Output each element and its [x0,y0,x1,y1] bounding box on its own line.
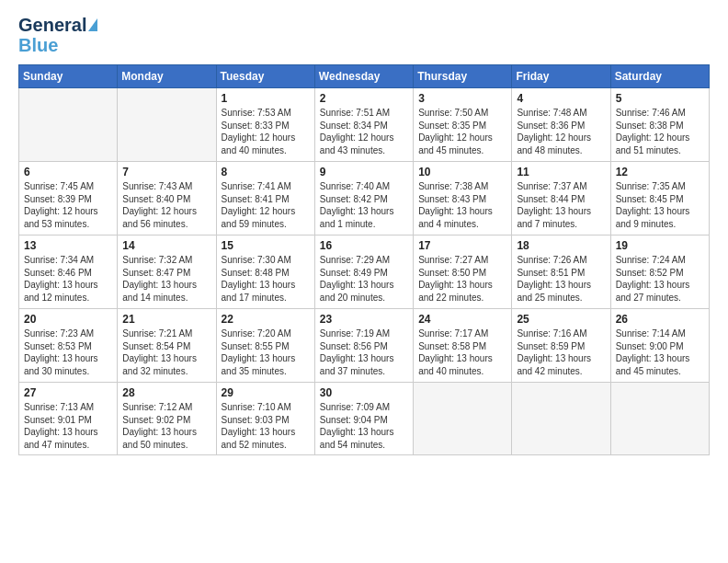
day-number: 9 [320,166,408,178]
cell-sunrise-sunset-daylight: Sunrise: 7:32 AM Sunset: 8:47 PM Dayligh… [122,254,210,304]
day-number: 10 [418,166,506,178]
day-number: 19 [616,239,704,252]
cell-sunrise-sunset-daylight: Sunrise: 7:20 AM Sunset: 8:55 PM Dayligh… [222,327,310,377]
day-number: 6 [24,166,112,178]
calendar-cell: 12Sunrise: 7:35 AM Sunset: 8:45 PM Dayli… [610,162,709,236]
calendar-header-tuesday: Tuesday [216,65,314,88]
day-number: 29 [222,386,310,399]
day-number: 8 [222,166,310,178]
cell-sunrise-sunset-daylight: Sunrise: 7:09 AM Sunset: 9:04 PM Dayligh… [320,401,408,451]
day-number: 22 [222,313,310,326]
calendar-cell: 28Sunrise: 7:12 AM Sunset: 9:02 PM Dayli… [118,383,216,455]
cell-sunrise-sunset-daylight: Sunrise: 7:12 AM Sunset: 9:02 PM Dayligh… [122,401,210,451]
cell-sunrise-sunset-daylight: Sunrise: 7:17 AM Sunset: 8:58 PM Dayligh… [418,327,506,377]
calendar-cell: 25Sunrise: 7:16 AM Sunset: 8:59 PM Dayli… [512,309,610,383]
calendar-header-wednesday: Wednesday [314,65,413,88]
calendar-header-saturday: Saturday [610,65,709,88]
day-number: 15 [222,239,310,252]
day-number: 30 [320,386,408,399]
logo-text-general: General [18,15,86,35]
calendar-week-4: 20Sunrise: 7:23 AM Sunset: 8:53 PM Dayli… [19,309,710,383]
calendar-week-2: 6Sunrise: 7:45 AM Sunset: 8:39 PM Daylig… [19,162,710,236]
day-number: 5 [616,92,704,105]
day-number: 16 [320,239,408,252]
day-number: 25 [517,313,605,326]
cell-sunrise-sunset-daylight: Sunrise: 7:41 AM Sunset: 8:41 PM Dayligh… [222,180,310,230]
cell-sunrise-sunset-daylight: Sunrise: 7:30 AM Sunset: 8:48 PM Dayligh… [222,254,310,304]
calendar-cell: 27Sunrise: 7:13 AM Sunset: 9:01 PM Dayli… [19,383,118,455]
calendar-cell [414,383,512,455]
day-number: 26 [616,313,704,326]
calendar-header-sunday: Sunday [19,65,118,88]
cell-sunrise-sunset-daylight: Sunrise: 7:48 AM Sunset: 8:36 PM Dayligh… [517,107,605,156]
calendar-cell: 13Sunrise: 7:34 AM Sunset: 8:46 PM Dayli… [19,236,118,309]
calendar-cell: 15Sunrise: 7:30 AM Sunset: 8:48 PM Dayli… [216,236,314,309]
calendar-cell [610,383,709,455]
cell-sunrise-sunset-daylight: Sunrise: 7:24 AM Sunset: 8:52 PM Dayligh… [616,254,704,304]
logo-text-blue: Blue [18,35,58,55]
day-number: 17 [418,239,506,252]
calendar-cell: 21Sunrise: 7:21 AM Sunset: 8:54 PM Dayli… [118,309,216,383]
calendar-header-thursday: Thursday [414,65,512,88]
day-number: 24 [418,313,506,326]
day-number: 4 [517,92,605,105]
calendar-week-1: 1Sunrise: 7:53 AM Sunset: 8:33 PM Daylig… [19,88,710,162]
cell-sunrise-sunset-daylight: Sunrise: 7:14 AM Sunset: 9:00 PM Dayligh… [616,327,704,377]
calendar-week-5: 27Sunrise: 7:13 AM Sunset: 9:01 PM Dayli… [19,383,710,455]
calendar-cell [512,383,610,455]
cell-sunrise-sunset-daylight: Sunrise: 7:13 AM Sunset: 9:01 PM Dayligh… [24,401,112,451]
calendar-cell: 16Sunrise: 7:29 AM Sunset: 8:49 PM Dayli… [314,236,413,309]
calendar-cell: 2Sunrise: 7:51 AM Sunset: 8:34 PM Daylig… [314,88,413,162]
cell-sunrise-sunset-daylight: Sunrise: 7:37 AM Sunset: 8:44 PM Dayligh… [517,180,605,230]
cell-sunrise-sunset-daylight: Sunrise: 7:40 AM Sunset: 8:42 PM Dayligh… [320,180,408,230]
cell-sunrise-sunset-daylight: Sunrise: 7:53 AM Sunset: 8:33 PM Dayligh… [222,107,310,156]
calendar-cell: 29Sunrise: 7:10 AM Sunset: 9:03 PM Dayli… [216,383,314,455]
header: General Blue [18,15,710,55]
day-number: 21 [122,313,210,326]
cell-sunrise-sunset-daylight: Sunrise: 7:34 AM Sunset: 8:46 PM Dayligh… [24,254,112,304]
cell-sunrise-sunset-daylight: Sunrise: 7:35 AM Sunset: 8:45 PM Dayligh… [616,180,704,230]
logo: General Blue [18,15,97,55]
day-number: 23 [320,313,408,326]
cell-sunrise-sunset-daylight: Sunrise: 7:45 AM Sunset: 8:39 PM Dayligh… [24,180,112,230]
calendar-cell: 24Sunrise: 7:17 AM Sunset: 8:58 PM Dayli… [414,309,512,383]
calendar-cell: 19Sunrise: 7:24 AM Sunset: 8:52 PM Dayli… [610,236,709,309]
calendar-cell: 6Sunrise: 7:45 AM Sunset: 8:39 PM Daylig… [19,162,118,236]
day-number: 12 [616,166,704,178]
day-number: 7 [122,166,210,178]
calendar-cell: 7Sunrise: 7:43 AM Sunset: 8:40 PM Daylig… [118,162,216,236]
calendar-cell: 8Sunrise: 7:41 AM Sunset: 8:41 PM Daylig… [216,162,314,236]
calendar-cell: 18Sunrise: 7:26 AM Sunset: 8:51 PM Dayli… [512,236,610,309]
cell-sunrise-sunset-daylight: Sunrise: 7:43 AM Sunset: 8:40 PM Dayligh… [122,180,210,230]
calendar-cell: 10Sunrise: 7:38 AM Sunset: 8:43 PM Dayli… [414,162,512,236]
calendar-cell: 17Sunrise: 7:27 AM Sunset: 8:50 PM Dayli… [414,236,512,309]
calendar-cell: 5Sunrise: 7:46 AM Sunset: 8:38 PM Daylig… [610,88,709,162]
cell-sunrise-sunset-daylight: Sunrise: 7:29 AM Sunset: 8:49 PM Dayligh… [320,254,408,304]
calendar-cell: 22Sunrise: 7:20 AM Sunset: 8:55 PM Dayli… [216,309,314,383]
cell-sunrise-sunset-daylight: Sunrise: 7:26 AM Sunset: 8:51 PM Dayligh… [517,254,605,304]
day-number: 3 [418,92,506,105]
calendar-table: SundayMondayTuesdayWednesdayThursdayFrid… [18,64,710,455]
day-number: 2 [320,92,408,105]
calendar-cell: 14Sunrise: 7:32 AM Sunset: 8:47 PM Dayli… [118,236,216,309]
cell-sunrise-sunset-daylight: Sunrise: 7:27 AM Sunset: 8:50 PM Dayligh… [418,254,506,304]
cell-sunrise-sunset-daylight: Sunrise: 7:38 AM Sunset: 8:43 PM Dayligh… [418,180,506,230]
calendar-cell: 30Sunrise: 7:09 AM Sunset: 9:04 PM Dayli… [314,383,413,455]
page: General Blue SundayMondayTuesdayWednesda… [0,0,728,465]
calendar-cell: 23Sunrise: 7:19 AM Sunset: 8:56 PM Dayli… [314,309,413,383]
calendar-header-row: SundayMondayTuesdayWednesdayThursdayFrid… [19,65,710,88]
day-number: 14 [122,239,210,252]
calendar-week-3: 13Sunrise: 7:34 AM Sunset: 8:46 PM Dayli… [19,236,710,309]
cell-sunrise-sunset-daylight: Sunrise: 7:10 AM Sunset: 9:03 PM Dayligh… [222,401,310,451]
calendar-cell: 11Sunrise: 7:37 AM Sunset: 8:44 PM Dayli… [512,162,610,236]
calendar-cell [118,88,216,162]
day-number: 27 [24,386,112,399]
cell-sunrise-sunset-daylight: Sunrise: 7:50 AM Sunset: 8:35 PM Dayligh… [418,107,506,156]
day-number: 1 [222,92,310,105]
day-number: 11 [517,166,605,178]
cell-sunrise-sunset-daylight: Sunrise: 7:21 AM Sunset: 8:54 PM Dayligh… [122,327,210,377]
calendar-cell: 26Sunrise: 7:14 AM Sunset: 9:00 PM Dayli… [610,309,709,383]
calendar-cell [19,88,118,162]
calendar-cell: 9Sunrise: 7:40 AM Sunset: 8:42 PM Daylig… [314,162,413,236]
day-number: 18 [517,239,605,252]
